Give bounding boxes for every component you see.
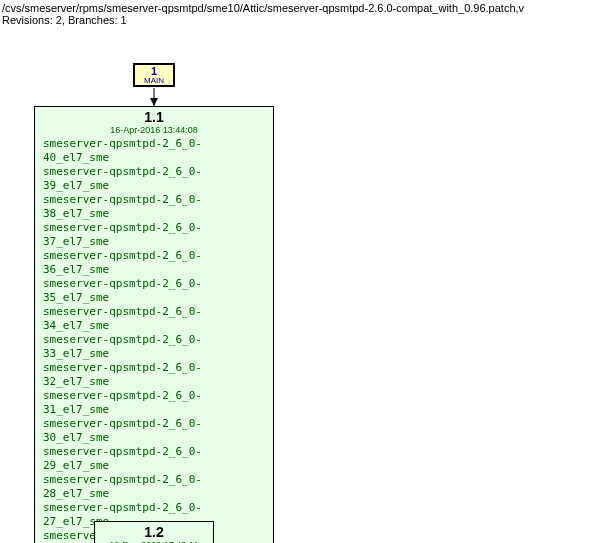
file-path: /cvs/smeserver/rpms/smeserver-qpsmtpd/sm… [0, 0, 608, 14]
svg-marker-1 [150, 98, 158, 106]
tag-item: smeserver-qpsmtpd-2_6_0-36_el7_sme [43, 249, 265, 277]
revision-node-1-1[interactable]: 1.1 16-Apr-2016 13:44:08 smeserver-qpsmt… [34, 106, 274, 543]
tag-item: smeserver-qpsmtpd-2_6_0-30_el7_sme [43, 417, 265, 445]
tag-item: smeserver-qpsmtpd-2_6_0-38_el7_sme [43, 193, 265, 221]
branch-number: 1 [135, 65, 173, 76]
branch-node-main[interactable]: 1 MAIN [133, 63, 175, 87]
tag-item: smeserver-qpsmtpd-2_6_0-33_el7_sme [43, 333, 265, 361]
revision-version: 1.1 [39, 109, 269, 125]
tag-item: smeserver-qpsmtpd-2_6_0-31_el7_sme [43, 389, 265, 417]
revision-date: 16-Apr-2016 13:44:08 [39, 125, 269, 136]
tag-item: smeserver-qpsmtpd-2_6_0-32_el7_sme [43, 361, 265, 389]
tag-item: smeserver-qpsmtpd-2_6_0-34_el7_sme [43, 305, 265, 333]
revisions-summary: Revisions: 2, Branches: 1 [0, 14, 608, 28]
branch-name: MAIN [135, 76, 173, 85]
tag-list: smeserver-qpsmtpd-2_6_0-40_el7_smesmeser… [39, 136, 269, 543]
revision-node-1-2[interactable]: 1.2 16-Dec-2020 17:49:11 HEAD [94, 521, 214, 543]
tag-item: smeserver-qpsmtpd-2_6_0-39_el7_sme [43, 165, 265, 193]
tag-item: smeserver-qpsmtpd-2_6_0-40_el7_sme [43, 137, 265, 165]
revision-version: 1.2 [99, 524, 209, 540]
tag-item: smeserver-qpsmtpd-2_6_0-28_el7_sme [43, 473, 265, 501]
tag-item: smeserver-qpsmtpd-2_6_0-35_el7_sme [43, 277, 265, 305]
tag-item: smeserver-qpsmtpd-2_6_0-37_el7_sme [43, 221, 265, 249]
tag-item: smeserver-qpsmtpd-2_6_0-29_el7_sme [43, 445, 265, 473]
